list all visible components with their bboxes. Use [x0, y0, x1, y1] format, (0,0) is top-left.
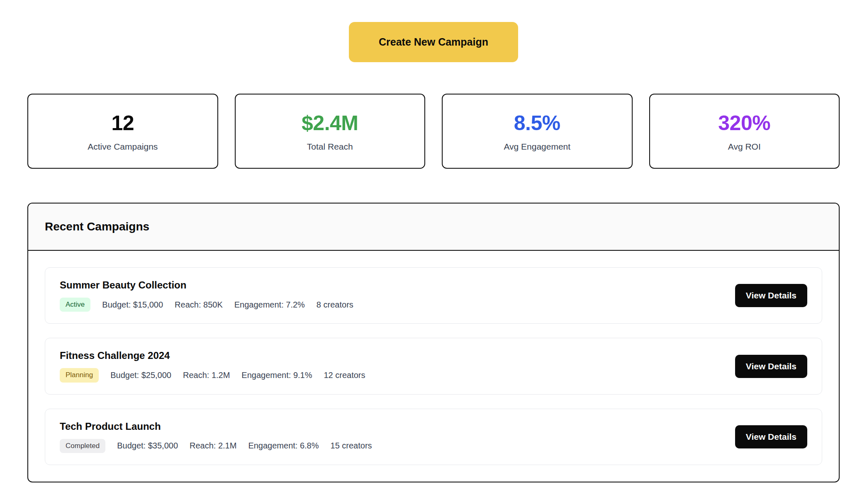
- stat-label: Total Reach: [307, 142, 353, 152]
- view-details-button[interactable]: View Details: [735, 425, 807, 448]
- recent-campaigns-section: Recent Campaigns Summer Beauty Collectio…: [27, 203, 840, 482]
- campaign-engagement: Engagement: 9.1%: [241, 371, 312, 380]
- recent-campaigns-header: Recent Campaigns: [28, 204, 839, 251]
- stat-label: Active Campaigns: [88, 142, 158, 152]
- campaign-info: Tech Product Launch Completed Budget: $3…: [60, 421, 372, 453]
- stat-card-total-reach: $2.4M Total Reach: [235, 94, 426, 169]
- campaign-meta: Completed Budget: $35,000 Reach: 2.1M En…: [60, 439, 372, 453]
- section-title: Recent Campaigns: [45, 220, 822, 233]
- campaign-reach: Reach: 850K: [175, 300, 223, 310]
- stat-value: 12: [111, 111, 134, 135]
- create-new-campaign-button[interactable]: Create New Campaign: [349, 22, 518, 62]
- stat-card-avg-engagement: 8.5% Avg Engagement: [442, 94, 633, 169]
- campaign-creators: 12 creators: [324, 371, 365, 380]
- view-details-button[interactable]: View Details: [735, 284, 807, 307]
- campaign-name: Fitness Challenge 2024: [60, 350, 365, 361]
- campaign-name: Summer Beauty Collection: [60, 279, 353, 291]
- status-badge: Planning: [60, 368, 99, 382]
- status-badge: Completed: [60, 439, 105, 453]
- campaign-info: Fitness Challenge 2024 Planning Budget: …: [60, 350, 365, 382]
- campaign-meta: Active Budget: $15,000 Reach: 850K Engag…: [60, 298, 353, 312]
- campaign-budget: Budget: $35,000: [117, 441, 178, 451]
- campaign-creators: 8 creators: [317, 300, 353, 310]
- stats-row: 12 Active Campaigns $2.4M Total Reach 8.…: [27, 94, 840, 169]
- stat-label: Avg ROI: [728, 142, 761, 152]
- campaign-creators: 15 creators: [331, 441, 372, 451]
- stat-card-active-campaigns: 12 Active Campaigns: [27, 94, 218, 169]
- stat-value: $2.4M: [302, 111, 358, 135]
- campaign-reach: Reach: 1.2M: [183, 371, 230, 380]
- campaign-info: Summer Beauty Collection Active Budget: …: [60, 279, 353, 312]
- campaign-budget: Budget: $25,000: [110, 371, 171, 380]
- campaign-row: Tech Product Launch Completed Budget: $3…: [45, 409, 822, 465]
- campaign-budget: Budget: $15,000: [102, 300, 163, 310]
- campaign-name: Tech Product Launch: [60, 421, 372, 432]
- stat-label: Avg Engagement: [504, 142, 570, 152]
- top-bar: Create New Campaign: [0, 0, 867, 62]
- view-details-button[interactable]: View Details: [735, 355, 807, 378]
- campaign-engagement: Engagement: 6.8%: [248, 441, 319, 451]
- campaign-meta: Planning Budget: $25,000 Reach: 1.2M Eng…: [60, 368, 365, 382]
- campaign-engagement: Engagement: 7.2%: [234, 300, 305, 310]
- stat-card-avg-roi: 320% Avg ROI: [649, 94, 840, 169]
- campaign-list: Summer Beauty Collection Active Budget: …: [28, 251, 839, 482]
- campaign-row: Summer Beauty Collection Active Budget: …: [45, 267, 822, 324]
- campaign-row: Fitness Challenge 2024 Planning Budget: …: [45, 338, 822, 394]
- status-badge: Active: [60, 298, 90, 312]
- campaign-reach: Reach: 2.1M: [190, 441, 236, 451]
- stat-value: 8.5%: [514, 111, 560, 135]
- stat-value: 320%: [718, 111, 770, 135]
